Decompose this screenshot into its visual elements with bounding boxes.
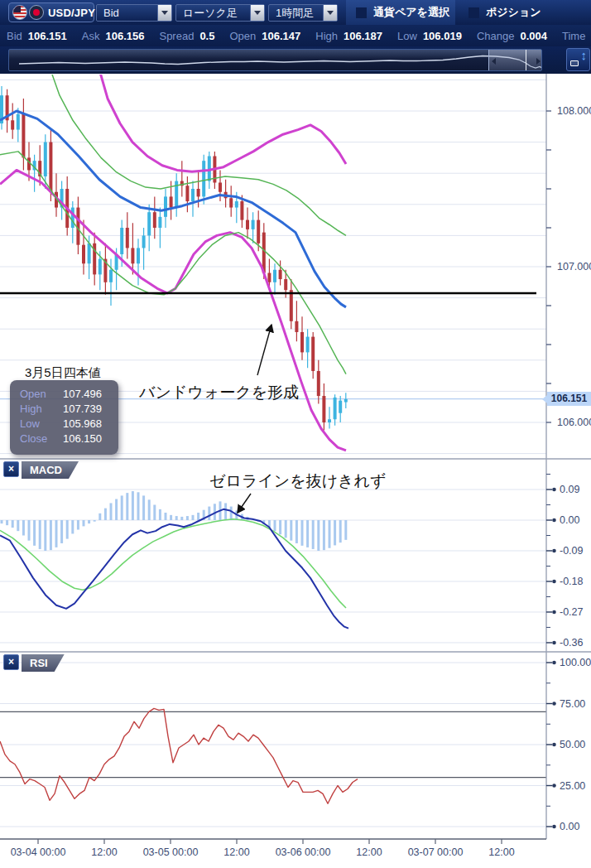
spread-label: Spread (159, 30, 194, 42)
rsi-panel (0, 663, 546, 827)
rsi-tab: × RSI (3, 654, 65, 672)
ohlc-low-label: Low (20, 417, 63, 432)
high-label: High (315, 30, 338, 42)
svg-text:12:00: 12:00 (223, 846, 249, 858)
macd-panel (0, 489, 546, 643)
chart-type-select[interactable]: ローソク足 (175, 4, 265, 22)
svg-text:12:00: 12:00 (356, 846, 382, 858)
ohlc-info-box: Open107.496 High107.739 Low105.968 Close… (10, 380, 118, 455)
ohlc-box-title: 3月5日四本値 (25, 365, 101, 381)
svg-text:106.000: 106.000 (557, 417, 591, 428)
svg-text:75.00: 75.00 (560, 698, 585, 710)
svg-text:25.00: 25.00 (560, 780, 585, 792)
rsi-close-button[interactable]: × (3, 654, 19, 670)
chevron-down-icon[interactable] (323, 5, 337, 21)
chevron-down-icon[interactable] (250, 5, 264, 21)
rsi-tab-label[interactable]: RSI (22, 654, 65, 672)
select-pair-panel: 通貨ペアを選択 (346, 0, 455, 25)
bandwalk-annotation: バンドウォークを形成 (139, 382, 299, 403)
svg-text:-0.18: -0.18 (560, 576, 584, 587)
svg-text:108.000: 108.000 (557, 105, 591, 117)
low-value: 106.019 (423, 30, 462, 42)
resize-arrows-icon: ↕ (581, 49, 588, 62)
trading-app-window: { "ui": { "close_glyph": "×" }, "toolbar… (0, 0, 591, 868)
toolbar: USD/JPY Bid ローソク足 1時間足 通貨ペアを選択 ポジション (0, 0, 591, 25)
spread-value: 0.5 (199, 30, 214, 42)
us-flag-icon (12, 5, 27, 20)
timeframe-select[interactable]: 1時間足 (268, 4, 338, 22)
navigator-divider (526, 50, 526, 71)
select-pair-checkbox[interactable] (356, 7, 367, 18)
ohlc-close-label: Close (20, 432, 63, 446)
position-toggle-wrap: ポジション (468, 0, 541, 25)
ohlc-low-value: 105.968 (63, 417, 102, 432)
resize-pane-icon (570, 60, 579, 66)
quote-bar: Bid106.151 Ask106.156 Spread0.5 Open106.… (0, 25, 591, 46)
price-type-select[interactable]: Bid (96, 4, 172, 22)
svg-text:03-07 00:00: 03-07 00:00 (408, 846, 464, 858)
svg-text:107.000: 107.000 (557, 261, 591, 272)
svg-text:0.00: 0.00 (560, 821, 579, 832)
chart-navigator: ↕ (0, 46, 591, 74)
low-label: Low (397, 30, 417, 42)
high-value: 106.187 (344, 30, 382, 42)
current-price-tag: 106.151 (547, 392, 591, 406)
position-checkbox[interactable] (468, 7, 479, 18)
svg-text:-0.36: -0.36 (560, 637, 584, 649)
ask-label: Ask (82, 30, 100, 42)
change-label: Change (477, 30, 515, 42)
navigator-left-arrow-icon[interactable] (492, 58, 496, 65)
navigator-right-arrow-icon[interactable] (536, 58, 541, 65)
chevron-down-icon[interactable] (157, 5, 171, 21)
ohlc-close-value: 106.150 (63, 432, 102, 446)
currency-pair-label: USD/JPY (48, 7, 95, 19)
ohlc-open-value: 107.496 (63, 387, 102, 402)
svg-text:03-04 00:00: 03-04 00:00 (11, 846, 66, 858)
svg-text:-0.09: -0.09 (560, 545, 584, 557)
svg-text:03-05 00:00: 03-05 00:00 (143, 846, 199, 858)
price-annotations (0, 293, 536, 375)
toolbar-divider (546, 3, 547, 22)
svg-text:-0.27: -0.27 (560, 606, 584, 618)
navigator-sparkline (9, 50, 542, 71)
position-label: ポジション (486, 5, 541, 20)
change-value: 0.004 (520, 30, 547, 42)
open-value: 106.147 (262, 30, 300, 42)
price-type-value: Bid (97, 7, 157, 19)
open-label: Open (229, 30, 256, 42)
svg-text:12:00: 12:00 (488, 846, 514, 858)
svg-text:12:00: 12:00 (91, 846, 117, 858)
macd-tab-label[interactable]: MACD (22, 461, 79, 479)
timeframe-value: 1時間足 (269, 6, 323, 21)
ohlc-high-value: 107.739 (63, 402, 102, 417)
bid-label: Bid (7, 30, 22, 42)
toolbar-divider (461, 3, 462, 22)
svg-text:100.00: 100.00 (560, 657, 591, 668)
svg-text:0.00: 0.00 (560, 514, 579, 526)
jp-flag-icon (29, 5, 44, 20)
svg-text:0.09: 0.09 (560, 484, 579, 495)
bid-value: 106.151 (28, 30, 67, 42)
macd-tab: × MACD (3, 461, 79, 479)
svg-text:03-06 00:00: 03-06 00:00 (276, 846, 331, 858)
chart-type-value: ローソク足 (176, 6, 250, 21)
ohlc-open-label: Open (20, 387, 63, 402)
zeroline-annotation: ゼロラインを抜けきれず (209, 470, 386, 492)
axes: 108.000107.000106.0000.090.00-0.09-0.18-… (0, 74, 591, 858)
time-label: Time (562, 30, 585, 42)
currency-pair-button[interactable]: USD/JPY (8, 2, 94, 22)
navigator-track[interactable] (8, 49, 542, 71)
chart-resize-button[interactable]: ↕ (566, 48, 590, 71)
ohlc-high-label: High (20, 402, 63, 417)
select-pair-label: 通貨ペアを選択 (373, 5, 449, 20)
ask-value: 106.156 (105, 30, 144, 42)
macd-close-button[interactable]: × (3, 461, 19, 477)
navigator-selection[interactable] (488, 50, 542, 71)
svg-text:50.00: 50.00 (560, 739, 585, 750)
